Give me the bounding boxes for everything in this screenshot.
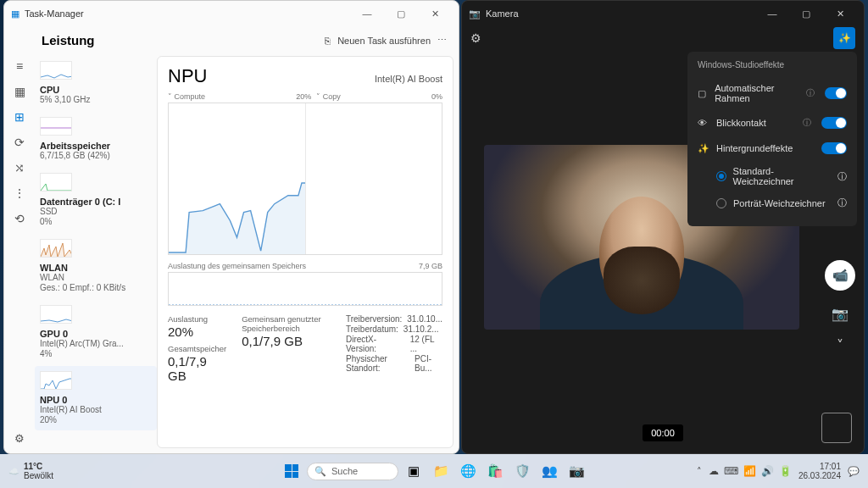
cam-app-icon: 📷: [469, 8, 481, 19]
sidebar-item-npu[interactable]: NPU 0Intel(R) AI Boost 20%: [35, 366, 157, 430]
rail-history-icon[interactable]: ⟳: [14, 136, 25, 149]
stat-shared-value: 0,1/7,9 GB: [242, 334, 331, 348]
sidebar-item-wlan[interactable]: WLANWLAN Ges.: 0 Empf.: 0 KBit/s: [35, 234, 157, 298]
perf-main: NPU Intel(R) AI Boost ˅ Compute 20% ˅ Co…: [157, 56, 453, 448]
store-icon[interactable]: 🛍️: [483, 459, 507, 483]
panel-title: Windows-Studioeffekte: [698, 60, 847, 69]
info-icon[interactable]: ⓘ: [803, 117, 811, 129]
task-manager-window: ▦ Task-Manager — ▢ ✕ Leistung ⎘ Neuen Ta…: [3, 0, 459, 454]
camera-window: 📷 Kamera — ▢ ✕ ⚙ ✨ Windows-Studioeffekte…: [461, 0, 865, 454]
settings-icon[interactable]: ⚙: [14, 432, 25, 445]
maximize-button[interactable]: ▢: [384, 8, 418, 19]
volume-icon[interactable]: 🔊: [761, 465, 774, 477]
weather-widget[interactable]: ☁️ 11°C Bewölkt: [8, 462, 53, 480]
auto-frame-toggle[interactable]: [825, 87, 847, 99]
eye-contact-label: Blickkontakt: [716, 118, 766, 128]
studio-effects-button[interactable]: ✨: [833, 27, 855, 49]
mem-label: Auslastung des gemeinsamen Speichers: [168, 262, 306, 270]
gallery-thumbnail[interactable]: [821, 413, 852, 443]
system-tray[interactable]: ☁ ⌨ 📶 🔊 🔋: [709, 465, 792, 477]
search-box[interactable]: 🔍Suche: [307, 463, 398, 480]
taskbar: ☁️ 11°C Bewölkt 🔍Suche ▣ 📁 🌐 🛍️ 🛡️ 👥 📷 ˄…: [0, 454, 868, 488]
perf-sidebar: CPU5% 3,10 GHz Arbeitsspeicher6,7/15,8 G…: [35, 56, 157, 453]
stat-util-label: Auslastung: [168, 314, 226, 324]
clock-date: 26.03.2024: [798, 471, 841, 481]
chart-subtitle: Intel(R) AI Boost: [375, 74, 442, 84]
close-button[interactable]: ✕: [418, 8, 452, 19]
info-icon[interactable]: ⓘ: [837, 170, 847, 183]
loc-val: PCI-Bu...: [415, 354, 442, 373]
stat-total-value: 0,1/7,9 GB: [168, 354, 226, 383]
camera-taskbar-icon[interactable]: 📷: [565, 459, 588, 483]
new-task-icon[interactable]: ⎘: [325, 36, 331, 46]
start-button[interactable]: [280, 459, 303, 483]
loc-lbl: Physischer Standort:: [346, 354, 409, 373]
cam-titlebar: 📷 Kamera — ▢ ✕: [462, 1, 864, 26]
page-title: Leistung: [42, 33, 95, 47]
stat-util-value: 20%: [168, 324, 226, 339]
recording-timer: 00:00: [643, 424, 683, 441]
keyboard-icon[interactable]: ⌨: [724, 465, 738, 477]
sparkle-icon: ✨: [698, 143, 709, 154]
teams-icon[interactable]: 👥: [537, 459, 561, 483]
stat-shared-label: Gemeinsam genutzter Speicherbereich: [242, 314, 331, 333]
frame-icon: ▢: [698, 88, 708, 99]
compute-chart: [168, 103, 442, 255]
rail-performance-icon[interactable]: ⊞: [14, 110, 25, 124]
info-icon[interactable]: ⓘ: [837, 197, 847, 209]
sidebar-item-cpu[interactable]: CPU5% 3,10 GHz: [35, 56, 157, 110]
photo-mode-button[interactable]: 📷: [832, 306, 849, 322]
rail-details-icon[interactable]: ⋮: [14, 186, 25, 200]
weather-cond: Bewölkt: [24, 471, 53, 480]
cam-close-button[interactable]: ✕: [823, 8, 857, 19]
new-task-button[interactable]: Neuen Task ausführen: [337, 36, 431, 46]
radio-portrait-blur[interactable]: Porträt-Weichzeichner ⓘ: [698, 191, 847, 214]
row-eye-contact: 👁 Blickkontakt ⓘ: [698, 110, 847, 136]
minimize-button[interactable]: —: [350, 8, 384, 19]
cam-minimize-button[interactable]: —: [755, 8, 789, 19]
radio-standard-blur[interactable]: Standard-Weichzeichner ⓘ: [698, 161, 847, 191]
tm-titlebar: ▦ Task-Manager — ▢ ✕: [4, 1, 459, 26]
bg-effects-toggle[interactable]: [821, 142, 847, 154]
drv-ver-lbl: Treiberversion:: [346, 314, 402, 324]
taskview-icon[interactable]: ▣: [402, 459, 426, 483]
explorer-icon[interactable]: 📁: [429, 459, 453, 483]
eye-contact-toggle[interactable]: [821, 117, 847, 129]
wifi-icon[interactable]: 📶: [743, 465, 756, 477]
compute-pct: 20%: [296, 92, 311, 101]
info-icon[interactable]: ⓘ: [806, 87, 815, 99]
drv-date-val: 31.10.2...: [403, 324, 439, 334]
sidebar-item-disk[interactable]: Datenträger 0 (C: ISSD 0%: [35, 168, 157, 232]
mem-max: 7,9 GB: [419, 262, 442, 270]
rail-menu-icon[interactable]: ≡: [16, 59, 23, 73]
drv-ver-val: 31.0.10...: [407, 314, 442, 324]
tm-title: Task-Manager: [25, 8, 84, 19]
video-mode-button[interactable]: 📹: [825, 260, 855, 291]
chevron-up-icon[interactable]: ˄: [697, 466, 702, 477]
notifications-icon[interactable]: 💬: [848, 466, 860, 477]
sidebar-item-gpu[interactable]: GPU 0Intel(R) Arc(TM) Gra... 4%: [35, 300, 157, 364]
mcafee-icon[interactable]: 🛡️: [510, 459, 534, 483]
more-button[interactable]: ⋯: [437, 35, 447, 46]
edge-icon[interactable]: 🌐: [456, 459, 480, 483]
rail-processes-icon[interactable]: ▦: [14, 85, 25, 98]
row-bg-effects: ✨ Hintergrundeffekte: [698, 136, 847, 161]
cam-settings-icon[interactable]: ⚙: [470, 31, 481, 45]
rail-startup-icon[interactable]: ⤭: [14, 161, 25, 175]
portrait-blur-label: Porträt-Weichzeichner: [733, 198, 826, 208]
clock[interactable]: 17:01 26.03.2024: [798, 462, 841, 481]
clock-time: 17:01: [798, 462, 841, 472]
copy-pct: 0%: [431, 92, 442, 101]
eye-icon: 👁: [698, 118, 709, 128]
weather-temp: 11°C: [24, 462, 53, 471]
copy-dropdown[interactable]: ˅ Copy: [316, 92, 341, 101]
onedrive-icon[interactable]: ☁: [709, 465, 719, 477]
cam-maximize-button[interactable]: ▢: [789, 8, 823, 19]
battery-icon[interactable]: 🔋: [779, 465, 792, 477]
row-auto-frame: ▢ Automatischer Rahmen ⓘ: [698, 76, 847, 110]
tm-app-icon: ▦: [11, 8, 19, 19]
chevron-down-icon[interactable]: ˅: [837, 337, 843, 353]
rail-services-icon[interactable]: ⟲: [14, 212, 25, 225]
compute-dropdown[interactable]: ˅ Compute: [168, 92, 205, 101]
sidebar-item-memory[interactable]: Arbeitsspeicher6,7/15,8 GB (42%): [35, 112, 157, 166]
